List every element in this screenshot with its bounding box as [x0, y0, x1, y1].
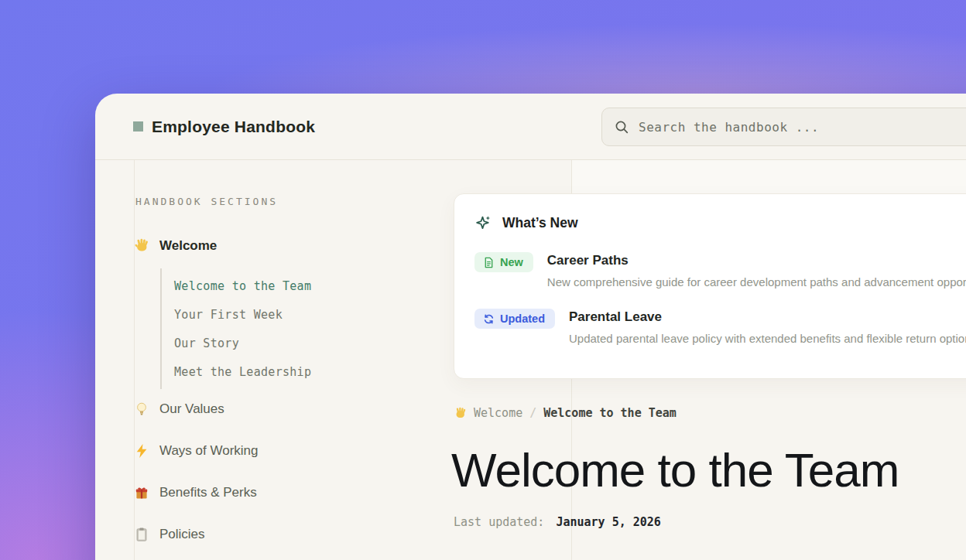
document-icon [483, 257, 495, 268]
breadcrumb-section[interactable]: Welcome [474, 406, 522, 420]
sidebar-section-label: HANDBOOK SECTIONS [135, 196, 278, 207]
sidebar-item-label: Welcome [159, 238, 217, 254]
search-bar[interactable] [601, 108, 966, 146]
updated-badge-label: Updated [500, 312, 545, 325]
sidebar-item-welcome[interactable]: Welcome [134, 238, 217, 254]
sidebar-item-label: Our Values [159, 401, 224, 417]
sidebar-item-ways-of-working[interactable]: Ways of Working [134, 443, 259, 459]
content-top-band [571, 160, 966, 194]
news-item-description: New comprehensive guide for career devel… [547, 275, 966, 289]
app-logo [133, 121, 143, 131]
sidebar-subnav: Welcome to the Team Your First Week Our … [160, 268, 392, 389]
zap-emoji [134, 443, 149, 459]
sidebar-item-label: Benefits & Perks [159, 485, 257, 500]
news-item-career-paths[interactable]: New Career Paths New comprehensive guide… [474, 253, 966, 289]
sidebar-item-our-values[interactable]: Our Values [134, 401, 224, 417]
news-item-description: Updated parental leave policy with exten… [569, 332, 966, 345]
new-badge-label: New [500, 256, 523, 268]
sidebar-item-policies[interactable]: Policies [134, 527, 205, 542]
app-window: Employee Handbook HANDBOOK SECTIONS Welc… [95, 94, 966, 560]
whats-new-card: What’s New New Career Paths New comprehe… [454, 193, 966, 379]
refresh-icon [483, 313, 495, 325]
wave-emoji [454, 407, 467, 420]
subnav-item-our-story[interactable]: Our Story [174, 329, 392, 357]
news-item-title: Career Paths [547, 253, 966, 268]
subnav-item-your-first-week[interactable]: Your First Week [174, 300, 392, 329]
breadcrumb-page: Welcome to the Team [543, 406, 677, 420]
sidebar-item-label: Ways of Working [159, 443, 259, 459]
news-item-parental-leave[interactable]: Updated Parental Leave Updated parental … [474, 309, 966, 345]
lightbulb-emoji [134, 401, 149, 417]
breadcrumb-separator: / [529, 406, 536, 420]
wave-emoji [134, 238, 149, 254]
subnav-item-welcome-to-the-team[interactable]: Welcome to the Team [174, 271, 392, 300]
search-icon [615, 120, 629, 135]
new-badge: New [474, 252, 533, 272]
last-updated-label: Last updated: [454, 515, 544, 529]
sidebar-item-label: Policies [159, 527, 205, 542]
news-item-title: Parental Leave [569, 309, 966, 325]
clipboard-emoji [134, 527, 149, 542]
search-input[interactable] [639, 120, 966, 135]
sidebar-item-benefits-perks[interactable]: Benefits & Perks [134, 485, 257, 500]
page-title: Welcome to the Team [451, 442, 899, 497]
sparkles-icon [474, 214, 492, 232]
last-updated-value: January 5, 2026 [556, 515, 660, 529]
whats-new-title: What’s New [502, 215, 578, 231]
gift-emoji [134, 485, 149, 500]
app-title: Employee Handbook [152, 118, 315, 136]
subnav-item-meet-the-leadership[interactable]: Meet the Leadership [174, 357, 392, 386]
app-header: Employee Handbook [95, 94, 966, 160]
breadcrumb: Welcome / Welcome to the Team [454, 406, 677, 420]
updated-badge: Updated [474, 309, 555, 329]
last-updated: Last updated: January 5, 2026 [454, 515, 661, 529]
